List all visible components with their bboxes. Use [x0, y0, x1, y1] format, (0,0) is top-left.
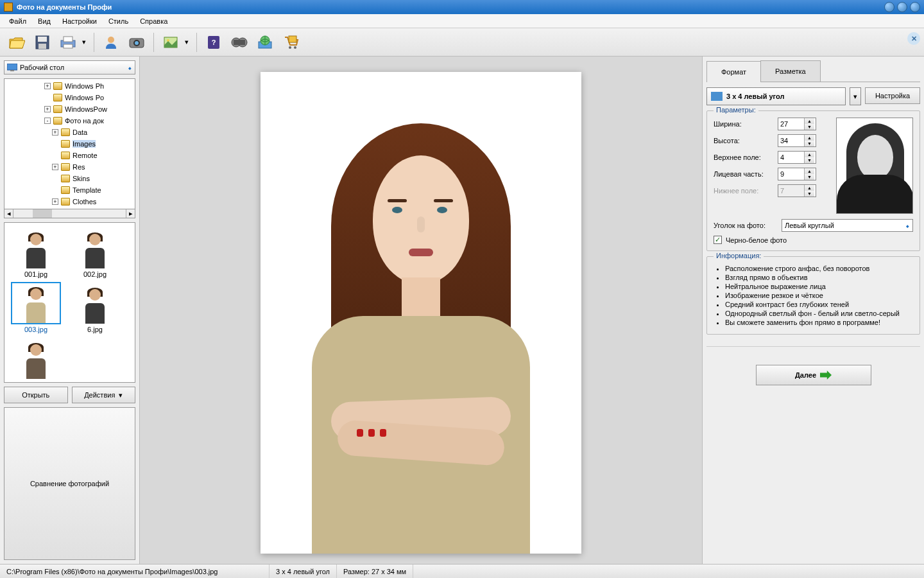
- tree-item[interactable]: Remote: [6, 150, 133, 161]
- location-combo[interactable]: Рабочий стол ⬥: [4, 60, 135, 74]
- tree-item[interactable]: -Фото на док: [6, 115, 133, 127]
- info-item: Вы сможете заменить фон прямо в программ…: [725, 319, 913, 326]
- corner-label: Уголок на фото:: [714, 222, 778, 229]
- thumbnail-grid: 001.jpg002.jpg003.jpg6.jpg9.jpg: [4, 222, 135, 383]
- svg-point-21: [294, 46, 296, 49]
- toolbar-image-effects[interactable]: ▾: [159, 31, 191, 54]
- format-dropdown[interactable]: ▾: [850, 87, 861, 105]
- info-item: Однородный светлый фон - белый или светл…: [725, 310, 913, 317]
- info-legend: Информация:: [714, 252, 764, 259]
- dropdown-icon: ⬥: [905, 222, 910, 229]
- thumbnail-item[interactable]: 6.jpg: [67, 282, 123, 333]
- toolbar-separator: [94, 33, 94, 52]
- arrow-right-icon: [820, 371, 832, 380]
- bw-label: Черно-белое фото: [726, 236, 787, 244]
- tree-item[interactable]: Skins: [6, 173, 133, 184]
- menu-file[interactable]: Файл: [4, 16, 31, 26]
- main-photo[interactable]: [261, 72, 581, 554]
- toolbar-separator: [196, 33, 197, 52]
- tab-layout[interactable]: Разметка: [760, 60, 821, 82]
- width-spinner[interactable]: ▲▼: [778, 118, 816, 130]
- top-spinner[interactable]: ▲▼: [778, 151, 816, 164]
- menu-view[interactable]: Вид: [33, 16, 56, 26]
- svg-rect-16: [234, 40, 245, 45]
- maximize-button[interactable]: [897, 2, 907, 12]
- window-controls: [884, 2, 920, 12]
- format-settings-button[interactable]: Настройка: [865, 87, 920, 104]
- toolbar-open-folder[interactable]: [5, 31, 28, 54]
- svg-rect-23: [10, 70, 14, 71]
- tree-item[interactable]: +Res: [6, 161, 133, 173]
- app-icon: [4, 3, 13, 12]
- toolbar-cart[interactable]: [279, 31, 302, 54]
- menu-help[interactable]: Справка: [135, 16, 173, 26]
- dropdown-icon: ⬥: [128, 64, 132, 71]
- corner-combo[interactable]: Левый круглый⬥: [782, 219, 913, 232]
- titlebar: Фото на документы Профи: [0, 0, 924, 14]
- next-button[interactable]: Далее: [756, 365, 871, 385]
- tree-item[interactable]: Template: [6, 184, 133, 196]
- toolbar-help-book[interactable]: ?: [202, 31, 225, 54]
- open-button[interactable]: Открыть: [4, 387, 68, 403]
- toolbar-separator: [153, 33, 154, 52]
- thumbnail-item[interactable]: 003.jpg: [8, 282, 64, 333]
- dropdown-icon[interactable]: ▾: [80, 31, 89, 54]
- thumbnail-item[interactable]: 002.jpg: [67, 227, 123, 278]
- toolbar-video[interactable]: [228, 31, 251, 54]
- svg-point-9: [135, 41, 139, 45]
- tree-item[interactable]: +Windows Ph: [6, 80, 133, 92]
- tree-item[interactable]: Windows Po: [6, 92, 133, 103]
- menu-style[interactable]: Стиль: [103, 16, 133, 26]
- tree-item[interactable]: +WindowsPow: [6, 103, 133, 115]
- left-button-row: Открыть Действия▾: [4, 387, 135, 403]
- next-label: Далее: [795, 371, 816, 379]
- toolbar-save[interactable]: [31, 31, 54, 54]
- face-spinner[interactable]: ▲▼: [778, 168, 816, 180]
- params-legend: Параметры:: [714, 106, 758, 114]
- height-spinner[interactable]: ▲▼: [778, 134, 816, 147]
- svg-rect-19: [289, 36, 296, 42]
- toolbar-person[interactable]: [99, 31, 123, 54]
- panel-close-icon[interactable]: ✕: [907, 32, 920, 45]
- face-label: Лицевая часть:: [714, 170, 778, 178]
- right-panel: Формат Разметка 3 x 4 левый угол ▾ Настр…: [702, 57, 924, 564]
- tree-item[interactable]: Images: [6, 138, 133, 150]
- format-select[interactable]: 3 x 4 левый угол: [706, 87, 846, 105]
- dropdown-icon[interactable]: ▾: [182, 31, 191, 54]
- thumbnail-label: 002.jpg: [83, 270, 107, 278]
- svg-text:?: ?: [212, 39, 216, 46]
- svg-rect-5: [64, 44, 73, 48]
- info-list: Расположение строго анфас, без поворотов…: [714, 265, 913, 326]
- left-panel: Рабочий стол ⬥ +Windows Ph Windows Po+Wi…: [0, 57, 140, 564]
- svg-rect-22: [7, 64, 17, 70]
- toolbar-print[interactable]: ▾: [56, 31, 89, 54]
- svg-point-20: [289, 46, 291, 49]
- tree-item[interactable]: +Clothes: [6, 196, 133, 207]
- menubar: Файл Вид Настройки Стиль Справка: [0, 14, 924, 28]
- info-item: Изображение резкое и чёткое: [725, 292, 913, 299]
- thumbnail-label: 003.jpg: [24, 326, 47, 333]
- toolbar-camera[interactable]: [125, 31, 148, 54]
- info-item: Расположение строго анфас, без поворотов: [725, 265, 913, 272]
- status-size: Размер: 27 x 34 мм: [337, 565, 413, 578]
- canvas-area: [140, 57, 702, 564]
- toolbar-web[interactable]: [253, 31, 277, 54]
- tab-format[interactable]: Формат: [706, 61, 761, 82]
- actions-button[interactable]: Действия▾: [72, 387, 136, 403]
- tab-bar: Формат Разметка: [706, 60, 920, 82]
- thumbnail-item[interactable]: 9.jpg: [8, 337, 64, 383]
- menu-settings[interactable]: Настройки: [57, 16, 102, 26]
- thumbnail-item[interactable]: 001.jpg: [8, 227, 64, 278]
- minimize-button[interactable]: [884, 2, 894, 12]
- folder-tree[interactable]: +Windows Ph Windows Po+WindowsPow-Фото н…: [4, 78, 135, 209]
- svg-point-6: [108, 37, 114, 43]
- tree-scrollbar[interactable]: ◂▸: [4, 209, 135, 218]
- bw-checkbox[interactable]: ✓: [714, 236, 722, 244]
- close-button[interactable]: [910, 2, 920, 12]
- compare-button[interactable]: Сравнение фотографий: [4, 407, 135, 560]
- tree-item[interactable]: +Data: [6, 127, 133, 138]
- info-item: Средний контраст без глубоких теней: [725, 301, 913, 308]
- svg-rect-2: [38, 44, 46, 49]
- desktop-icon: [7, 64, 17, 71]
- bottom-field-label: Нижнее поле:: [714, 187, 778, 195]
